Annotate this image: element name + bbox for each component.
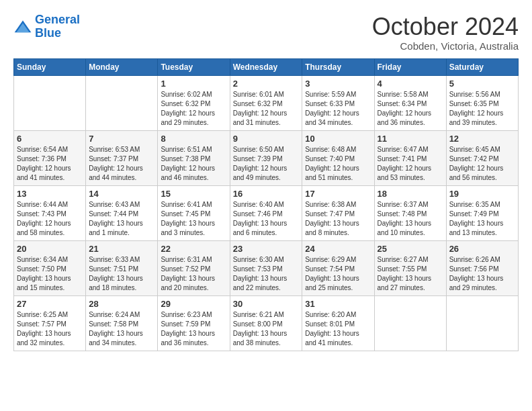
day-number: 1 (161, 79, 226, 89)
day-info: Sunrise: 6:02 AMSunset: 6:32 PMDaylight:… (161, 90, 226, 128)
col-thursday: Thursday (302, 58, 374, 75)
title-block: October 2024 Cobden, Victoria, Australia (372, 13, 519, 52)
calendar-cell (14, 75, 86, 130)
calendar-cell: 3Sunrise: 5:59 AMSunset: 6:33 PMDaylight… (302, 75, 374, 130)
header: General Blue October 2024 Cobden, Victor… (13, 13, 519, 52)
calendar-week-5: 27Sunrise: 6:25 AMSunset: 7:57 PMDayligh… (14, 295, 519, 351)
day-number: 12 (449, 134, 515, 144)
day-info: Sunrise: 6:48 AMSunset: 7:40 PMDaylight:… (305, 145, 371, 183)
day-number: 16 (233, 189, 300, 199)
day-number: 2 (233, 79, 300, 89)
day-number: 19 (449, 189, 515, 199)
calendar-cell: 10Sunrise: 6:48 AMSunset: 7:40 PMDayligh… (302, 130, 374, 185)
day-info: Sunrise: 6:26 AMSunset: 7:56 PMDaylight:… (449, 255, 515, 293)
calendar-week-4: 20Sunrise: 6:34 AMSunset: 7:50 PMDayligh… (14, 240, 519, 295)
calendar-cell: 8Sunrise: 6:51 AMSunset: 7:38 PMDaylight… (158, 130, 230, 185)
calendar-cell: 29Sunrise: 6:23 AMSunset: 7:59 PMDayligh… (158, 295, 230, 351)
day-number: 31 (305, 299, 371, 309)
day-info: Sunrise: 6:41 AMSunset: 7:45 PMDaylight:… (161, 200, 226, 238)
calendar-cell: 19Sunrise: 6:35 AMSunset: 7:49 PMDayligh… (446, 185, 518, 240)
calendar-cell: 26Sunrise: 6:26 AMSunset: 7:56 PMDayligh… (446, 240, 518, 295)
logo-line1: General (35, 13, 80, 26)
day-info: Sunrise: 6:27 AMSunset: 7:55 PMDaylight:… (378, 255, 443, 293)
calendar-cell: 18Sunrise: 6:37 AMSunset: 7:48 PMDayligh… (374, 185, 446, 240)
day-info: Sunrise: 6:21 AMSunset: 8:00 PMDaylight:… (233, 310, 300, 348)
calendar-cell: 4Sunrise: 5:58 AMSunset: 6:34 PMDaylight… (374, 75, 446, 130)
page: General Blue October 2024 Cobden, Victor… (0, 0, 532, 358)
calendar-cell: 13Sunrise: 6:44 AMSunset: 7:43 PMDayligh… (14, 185, 86, 240)
calendar-week-2: 6Sunrise: 6:54 AMSunset: 7:36 PMDaylight… (14, 130, 519, 185)
day-number: 30 (233, 299, 300, 309)
location-subtitle: Cobden, Victoria, Australia (372, 40, 519, 52)
calendar-cell: 15Sunrise: 6:41 AMSunset: 7:45 PMDayligh… (158, 185, 230, 240)
calendar-cell: 11Sunrise: 6:47 AMSunset: 7:41 PMDayligh… (374, 130, 446, 185)
day-info: Sunrise: 6:43 AMSunset: 7:44 PMDaylight:… (89, 200, 154, 238)
calendar-cell: 5Sunrise: 5:56 AMSunset: 6:35 PMDaylight… (446, 75, 518, 130)
col-tuesday: Tuesday (158, 58, 230, 75)
logo: General Blue (13, 13, 80, 40)
day-info: Sunrise: 6:50 AMSunset: 7:39 PMDaylight:… (233, 145, 300, 183)
day-info: Sunrise: 6:33 AMSunset: 7:51 PMDaylight:… (89, 255, 154, 293)
day-number: 4 (378, 79, 443, 89)
day-number: 22 (161, 244, 226, 254)
calendar-cell: 7Sunrise: 6:53 AMSunset: 7:37 PMDaylight… (86, 130, 158, 185)
calendar-cell (374, 295, 446, 351)
day-info: Sunrise: 6:34 AMSunset: 7:50 PMDaylight:… (17, 255, 83, 293)
day-info: Sunrise: 6:47 AMSunset: 7:41 PMDaylight:… (378, 145, 443, 183)
day-info: Sunrise: 6:54 AMSunset: 7:36 PMDaylight:… (17, 145, 83, 183)
calendar-cell: 16Sunrise: 6:40 AMSunset: 7:46 PMDayligh… (230, 185, 302, 240)
calendar-cell (86, 75, 158, 130)
calendar-cell: 24Sunrise: 6:29 AMSunset: 7:54 PMDayligh… (302, 240, 374, 295)
logo-line2: Blue (35, 26, 61, 40)
day-number: 9 (233, 134, 300, 144)
day-number: 29 (161, 299, 226, 309)
day-number: 23 (233, 244, 300, 254)
day-info: Sunrise: 6:20 AMSunset: 8:01 PMDaylight:… (305, 310, 371, 348)
calendar-cell: 30Sunrise: 6:21 AMSunset: 8:00 PMDayligh… (230, 295, 302, 351)
day-info: Sunrise: 6:45 AMSunset: 7:42 PMDaylight:… (449, 145, 515, 183)
day-number: 11 (378, 134, 443, 144)
day-info: Sunrise: 6:53 AMSunset: 7:37 PMDaylight:… (89, 145, 154, 183)
day-info: Sunrise: 6:23 AMSunset: 7:59 PMDaylight:… (161, 310, 226, 348)
logo-icon (13, 19, 32, 34)
day-number: 15 (161, 189, 226, 199)
day-number: 27 (17, 299, 83, 309)
day-info: Sunrise: 5:58 AMSunset: 6:34 PMDaylight:… (378, 90, 443, 128)
day-info: Sunrise: 6:24 AMSunset: 7:58 PMDaylight:… (89, 310, 154, 348)
day-number: 7 (89, 134, 154, 144)
calendar-cell: 1Sunrise: 6:02 AMSunset: 6:32 PMDaylight… (158, 75, 230, 130)
calendar-table: Sunday Monday Tuesday Wednesday Thursday… (13, 58, 519, 351)
day-number: 26 (449, 244, 515, 254)
calendar-cell: 2Sunrise: 6:01 AMSunset: 6:32 PMDaylight… (230, 75, 302, 130)
day-number: 18 (378, 189, 443, 199)
calendar-cell: 12Sunrise: 6:45 AMSunset: 7:42 PMDayligh… (446, 130, 518, 185)
day-number: 28 (89, 299, 154, 309)
day-number: 20 (17, 244, 83, 254)
calendar-cell: 17Sunrise: 6:38 AMSunset: 7:47 PMDayligh… (302, 185, 374, 240)
day-info: Sunrise: 6:40 AMSunset: 7:46 PMDaylight:… (233, 200, 300, 238)
calendar-cell: 31Sunrise: 6:20 AMSunset: 8:01 PMDayligh… (302, 295, 374, 351)
day-number: 5 (449, 79, 515, 89)
col-friday: Friday (374, 58, 446, 75)
day-number: 17 (305, 189, 371, 199)
day-number: 8 (161, 134, 226, 144)
col-wednesday: Wednesday (230, 58, 302, 75)
calendar-cell: 25Sunrise: 6:27 AMSunset: 7:55 PMDayligh… (374, 240, 446, 295)
day-number: 13 (17, 189, 83, 199)
day-info: Sunrise: 5:56 AMSunset: 6:35 PMDaylight:… (449, 90, 515, 128)
day-info: Sunrise: 6:25 AMSunset: 7:57 PMDaylight:… (17, 310, 83, 348)
day-number: 6 (17, 134, 83, 144)
calendar-cell: 28Sunrise: 6:24 AMSunset: 7:58 PMDayligh… (86, 295, 158, 351)
day-number: 3 (305, 79, 371, 89)
day-info: Sunrise: 6:29 AMSunset: 7:54 PMDaylight:… (305, 255, 371, 293)
day-info: Sunrise: 6:31 AMSunset: 7:52 PMDaylight:… (161, 255, 226, 293)
day-info: Sunrise: 6:38 AMSunset: 7:47 PMDaylight:… (305, 200, 371, 238)
calendar-week-3: 13Sunrise: 6:44 AMSunset: 7:43 PMDayligh… (14, 185, 519, 240)
calendar-cell: 23Sunrise: 6:30 AMSunset: 7:53 PMDayligh… (230, 240, 302, 295)
calendar-cell: 6Sunrise: 6:54 AMSunset: 7:36 PMDaylight… (14, 130, 86, 185)
calendar-cell: 21Sunrise: 6:33 AMSunset: 7:51 PMDayligh… (86, 240, 158, 295)
calendar-week-1: 1Sunrise: 6:02 AMSunset: 6:32 PMDaylight… (14, 75, 519, 130)
day-info: Sunrise: 6:35 AMSunset: 7:49 PMDaylight:… (449, 200, 515, 238)
calendar-cell: 22Sunrise: 6:31 AMSunset: 7:52 PMDayligh… (158, 240, 230, 295)
day-info: Sunrise: 5:59 AMSunset: 6:33 PMDaylight:… (305, 90, 371, 128)
